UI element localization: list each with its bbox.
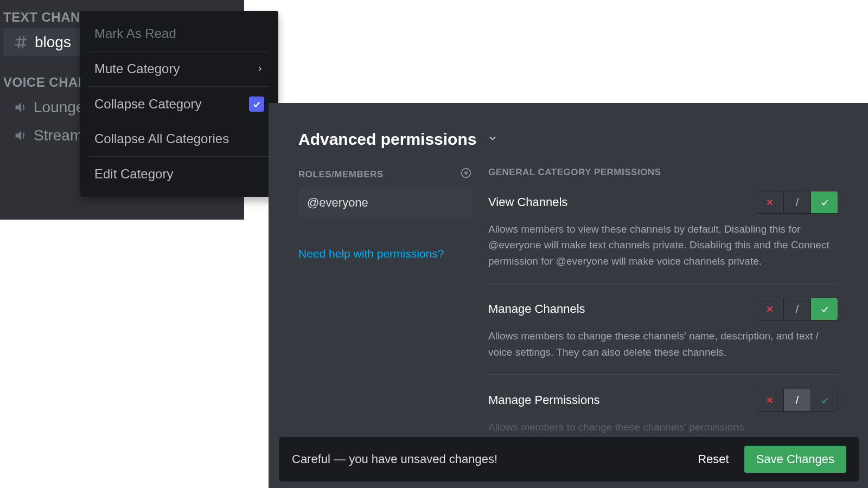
checkbox-checked-icon — [249, 97, 264, 112]
ctx-label: Mute Category — [94, 61, 180, 76]
permission-item: Manage Channels / Allows members to chan… — [488, 298, 838, 375]
permissions-title-row[interactable]: Advanced permissions — [298, 130, 838, 149]
permission-name: Manage Permissions — [488, 393, 599, 407]
ctx-mark-as-read[interactable]: Mark As Read — [80, 16, 278, 51]
speaker-icon — [13, 128, 28, 143]
hash-icon — [13, 34, 29, 50]
speaker-icon — [13, 100, 28, 115]
ctx-label: Edit Category — [94, 166, 173, 182]
toggle-neutral[interactable]: / — [783, 389, 810, 411]
permission-description: Allows members to change these channels'… — [488, 328, 838, 360]
toggle-neutral[interactable]: / — [783, 191, 810, 213]
channel-name: Lounge — [34, 99, 84, 116]
roles-header-label: ROLES/MEMBERS — [298, 169, 384, 180]
save-changes-button[interactable]: Save Changes — [744, 446, 846, 473]
permission-toggle: / — [756, 389, 838, 412]
unsaved-changes-bar: Careful — you have unsaved changes! Rese… — [279, 437, 859, 481]
permissions-panel: Advanced permissions ROLES/MEMBERS @ever… — [269, 103, 868, 488]
permission-description: Allows members to view these channels by… — [488, 221, 838, 269]
ctx-mute-category[interactable]: Mute Category — [80, 52, 278, 86]
toggle-allow[interactable] — [810, 389, 838, 411]
plus-circle-icon[interactable] — [460, 167, 472, 182]
permissions-help-link[interactable]: Need help with permissions? — [298, 247, 472, 260]
permission-description: Allows members to change these channels'… — [488, 419, 838, 435]
unsaved-message: Careful — you have unsaved changes! — [292, 452, 497, 466]
help-link-text: Need help with permissions? — [298, 247, 444, 260]
toggle-deny[interactable] — [756, 298, 783, 320]
ctx-edit-category[interactable]: Edit Category — [80, 157, 278, 191]
ctx-collapse-all[interactable]: Collapse All Categories — [80, 121, 278, 156]
chevron-right-icon — [256, 61, 264, 76]
roles-separator — [298, 235, 472, 235]
permission-name: Manage Channels — [488, 302, 585, 316]
reset-button[interactable]: Reset — [698, 452, 729, 466]
ctx-collapse-category[interactable]: Collapse Category — [80, 87, 278, 121]
roles-column: ROLES/MEMBERS @everyone Need help with p… — [298, 167, 472, 464]
toggle-deny[interactable] — [756, 191, 783, 213]
permissions-title: Advanced permissions — [298, 130, 476, 149]
ctx-label: Mark As Read — [94, 26, 176, 41]
toggle-deny[interactable] — [756, 389, 783, 411]
chevron-down-icon — [487, 133, 498, 146]
permissions-list: GENERAL CATEGORY PERMISSIONS View Channe… — [488, 167, 838, 464]
toggle-allow[interactable] — [810, 191, 838, 213]
permission-toggle: / — [756, 191, 838, 214]
role-item-everyone[interactable]: @everyone — [298, 188, 472, 217]
ctx-label: Collapse Category — [94, 97, 201, 112]
toggle-allow[interactable] — [810, 298, 838, 320]
permission-item: View Channels / Allows members to view t… — [488, 191, 838, 284]
permissions-section-header: GENERAL CATEGORY PERMISSIONS — [488, 167, 838, 178]
category-context-menu: Mark As Read Mute Category Collapse Cate… — [80, 11, 278, 197]
ctx-label: Collapse All Categories — [94, 131, 229, 146]
channel-name: blogs — [35, 34, 71, 51]
permission-name: View Channels — [488, 195, 567, 209]
toggle-neutral[interactable]: / — [783, 298, 810, 320]
role-name: @everyone — [307, 196, 368, 209]
permission-toggle: / — [756, 298, 838, 320]
roles-header: ROLES/MEMBERS — [298, 167, 472, 182]
